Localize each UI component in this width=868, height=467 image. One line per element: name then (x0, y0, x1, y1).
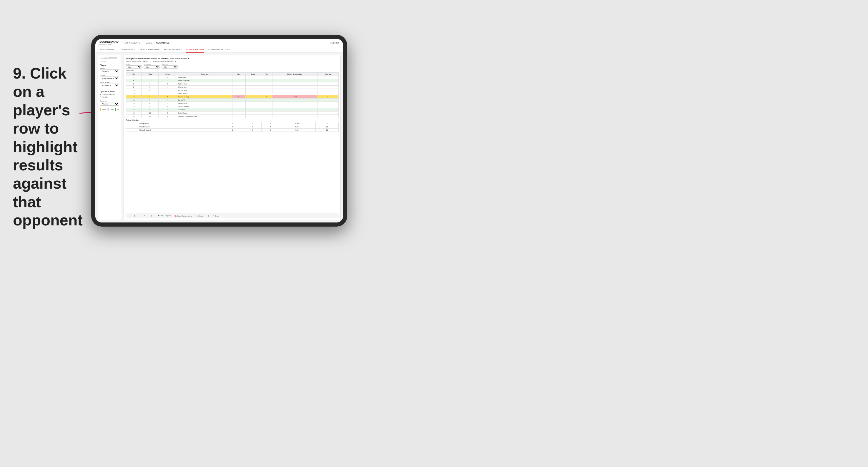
table-cell (158, 92, 177, 95)
gender-select[interactable]: Women's (100, 69, 119, 73)
out-of-division-section: Out of division Foreign Team1004.5002NAI… (126, 119, 339, 132)
region-select[interactable]: (All) (126, 65, 142, 68)
redo-button[interactable]: ↻ (133, 215, 136, 217)
table-cell (317, 108, 338, 112)
sub-nav-team-h2h-grid[interactable]: TEAM H2H GRID (120, 47, 136, 53)
nav-item-teams[interactable]: TEAMS (145, 41, 152, 45)
table-row[interactable]: 1474Eunice Yi (126, 99, 339, 102)
sub-nav-player-h2h-heatmap[interactable]: PLAYER H2H HEATMAP (208, 47, 230, 53)
undo-button[interactable]: ↩ (128, 215, 131, 217)
player-section-title: Player (100, 64, 119, 66)
legend-dot-down (100, 108, 101, 111)
table-cell (245, 99, 261, 102)
grid-title: Katelyn Vo Head-to-Head Grid for Women's… (126, 57, 339, 60)
table-cell: 1 (158, 105, 177, 108)
table-row[interactable]: 20117Federica Domecq Lacroze (126, 115, 339, 118)
copy-button[interactable]: ⧉ (143, 215, 146, 217)
colour-by: Colour by Win/loss Down Level Up (100, 100, 119, 111)
refresh-button[interactable]: ⟳ (150, 215, 153, 217)
save-custom-button[interactable]: 🔖 Save Custom View (174, 215, 193, 217)
col-loss: Loss (245, 73, 261, 76)
table-cell (232, 115, 245, 118)
table-row[interactable]: 613Sydney Kuo (126, 83, 339, 86)
table-cell: 2 (317, 95, 338, 99)
table-cell (317, 115, 338, 118)
sub-nav-team-h2h-heatmap[interactable]: TEAM H2H HEATMAP (140, 47, 160, 53)
opponent-select[interactable]: (All) (161, 65, 178, 68)
legend-dot-up (115, 108, 116, 111)
sub-nav-team-summary[interactable]: TEAM SUMMARY (99, 47, 116, 53)
table-cell (232, 76, 245, 79)
forward-button[interactable]: ⇥ (138, 215, 141, 217)
nav-item-tournaments[interactable]: TOURNAMENTS (123, 41, 141, 45)
ood-cell: Foreign Team (138, 122, 221, 125)
table-row[interactable]: 19106Emily Chang (126, 112, 339, 115)
toolbar: ↩ ↻ ⇥ ⧉ ⟳ 👁 View: Original 🔖 Save Custom… (126, 213, 339, 218)
table-row[interactable]: 522Alexis Sudjianto (126, 79, 339, 83)
layout-button[interactable]: ⊞ (207, 215, 210, 217)
ood-table-row[interactable]: NCAA Division 25007.40010 (126, 129, 339, 132)
colour-by-select[interactable]: Win/loss (100, 102, 119, 106)
share-button[interactable]: ↗ Share (212, 215, 220, 217)
table-cell: 13 (126, 95, 142, 99)
table-cell (141, 92, 158, 95)
table-cell (261, 86, 272, 89)
table-cell (245, 92, 261, 95)
ood-cell: 4.500 (279, 122, 316, 125)
table-cell: 1 (141, 86, 158, 89)
radio-top100[interactable]: Top 100 (100, 96, 119, 98)
table-cell: 8 (141, 102, 158, 105)
table-cell (261, 105, 272, 108)
overall-record-label: Overall Record: 353 - 34 - 6 (126, 60, 147, 62)
table-cell: 0 (232, 95, 245, 99)
table-row[interactable]: 914Sharon Mun (126, 86, 339, 89)
division-select[interactable]: NCAA Division III (100, 76, 119, 80)
player-rank-select[interactable]: 8. Katelyn Vo (100, 84, 119, 87)
table-row[interactable]: 1311Jessica Huang010-3.002 (126, 95, 339, 99)
table-cell: Alexis Sudjianto (177, 79, 232, 83)
watch-button[interactable]: 👀 Watch ▾ (194, 215, 205, 217)
table-cell: 2 (158, 108, 177, 112)
table-cell (232, 102, 245, 105)
sub-nav-player-h2h-grid[interactable]: PLAYER H2H GRID (186, 47, 205, 53)
ood-cell: 0 (244, 129, 261, 132)
table-cell: 1 (141, 83, 158, 86)
table-cell (317, 102, 338, 105)
table-cell: Andrea York (177, 89, 232, 92)
ood-cell: 0 (261, 129, 279, 132)
table-cell (317, 99, 338, 102)
sub-nav-player-summary[interactable]: PLAYER SUMMARY (164, 47, 182, 53)
sign-out-button[interactable]: Sign out (331, 42, 339, 44)
table-cell: 0 (261, 95, 272, 99)
table-cell (245, 86, 261, 89)
table-cell (272, 105, 317, 108)
table-row[interactable]: 31Esther Lee (126, 76, 339, 79)
table-cell (245, 79, 261, 83)
data-table-container[interactable]: # Div # Reg # Conf Opponent Win Loss Tie… (126, 72, 339, 213)
ood-table-row[interactable]: Foreign Team1004.5002 (126, 122, 339, 125)
table-row[interactable]: 1063Andrea York (126, 89, 339, 92)
filter-region: Region (All) (126, 63, 142, 68)
ood-table-row[interactable]: NAIA Division 115009.26730 (126, 125, 339, 129)
table-row[interactable]: 1585Stella Chang (126, 102, 339, 105)
radio-opponents-played[interactable]: Opponents Played (100, 94, 119, 96)
table-cell (232, 99, 245, 102)
ood-empty-cell (126, 129, 138, 132)
table-cell (272, 76, 317, 79)
view-original-button[interactable]: 👁 View: Original (157, 215, 172, 217)
table-cell (272, 99, 317, 102)
legend-label-down: Down (102, 108, 106, 111)
table-cell: 1 (141, 95, 158, 99)
nav-item-committee[interactable]: COMMITTEE (156, 41, 169, 45)
opponents-filter-label: Opponents: (126, 70, 339, 71)
conference-select[interactable]: (All) (144, 65, 160, 68)
table-cell: 6 (158, 112, 177, 115)
table-cell: 7 (141, 99, 158, 102)
table-row[interactable]: 1822Euna Lee (126, 108, 339, 112)
table-cell: 10 (141, 112, 158, 115)
table-row[interactable]: 1691Jessica Mason (126, 105, 339, 108)
ood-cell: 7.400 (279, 129, 316, 132)
tablet-frame: SCOREBOARD Powered by clippd TOURNAMENTS… (91, 35, 347, 226)
table-cell: 9 (141, 105, 158, 108)
table-row[interactable]: 13Heejo Hyun (126, 92, 339, 95)
